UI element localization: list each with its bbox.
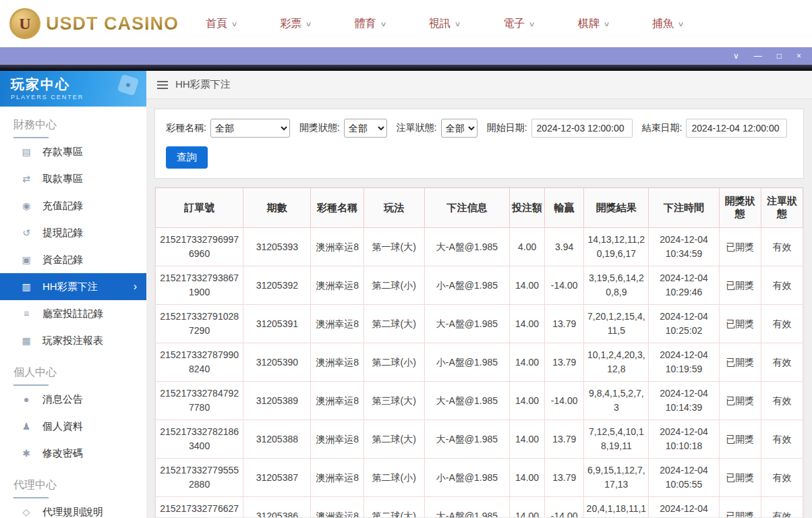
announcement-icon: ●: [20, 394, 32, 405]
cell-play-type: 第一球(大): [364, 228, 424, 266]
search-button[interactable]: 查詢: [166, 146, 208, 169]
nav-item-label: 首頁: [206, 17, 227, 31]
chevron-right-icon: ›: [134, 281, 137, 293]
sidebar-item-label: 玩家投注報表: [42, 335, 103, 347]
sidebar-item-label: 消息公告: [42, 393, 83, 406]
cell-draw-result: 7,12,5,4,10,18,19,11: [584, 420, 649, 459]
bet-status-filter-select[interactable]: 全部: [441, 119, 477, 138]
cell-order-number: 2152173327766277410: [156, 497, 243, 518]
nav-item-fishing[interactable]: 捕魚 ∨: [652, 17, 683, 31]
section-title-agent: 代理中心: [0, 467, 146, 498]
cell-bet-status: 有效: [761, 382, 803, 420]
cell-win-loss: 13.79: [545, 343, 584, 382]
sidebar: 玩家中心 PLAYERS CENTER 財務中心 ▤ 存款專區 ⇄ 取款專區 ◉…: [0, 71, 146, 518]
sidebar-item-hh-lottery-bets[interactable]: ▥ HH彩票下注 ›: [0, 273, 146, 300]
chevron-down-icon: ∨: [231, 20, 238, 28]
col-header-amount: 投注額: [510, 188, 545, 228]
cell-win-loss: -14.00: [545, 266, 584, 305]
cell-play-type: 第二球(大): [364, 420, 424, 459]
bet-report-icon: ▦: [20, 335, 32, 346]
start-date-input[interactable]: [531, 119, 633, 138]
sidebar-item-player-bet-report[interactable]: ▦ 玩家投注報表: [0, 327, 146, 354]
deposit-icon: ▤: [20, 146, 32, 157]
cell-lottery-name: 澳洲幸运8: [311, 343, 364, 382]
cell-win-loss: 13.79: [545, 420, 584, 459]
cell-bet-info: 大-A盤@1.985: [424, 305, 509, 343]
nav-item-electronic[interactable]: 電子 ∨: [503, 17, 534, 31]
nav-item-home[interactable]: 首頁 ∨: [206, 17, 237, 31]
cell-lottery-name: 澳洲幸运8: [311, 382, 364, 420]
nav-item-video[interactable]: 視訊 ∨: [429, 17, 460, 31]
close-icon[interactable]: ×: [796, 52, 801, 60]
collapse-icon[interactable]: ∨: [733, 52, 739, 60]
cell-bet-status: 有效: [761, 459, 803, 497]
cell-play-type: 第二球(小): [364, 459, 424, 497]
lottery-bets-icon: ▥: [20, 281, 32, 292]
lottery-filter-select[interactable]: 全部: [210, 119, 290, 138]
hamburger-icon[interactable]: [157, 81, 168, 89]
cell-draw-result: 6,9,15,1,12,7,17,13: [584, 459, 649, 497]
sidebar-item-recharge-record[interactable]: ◉ 充值記錄: [0, 192, 146, 219]
cell-bet-time: 2024-12-04 10:34:59: [649, 228, 719, 266]
sidebar-subtitle: PLAYERS CENTER: [11, 94, 136, 100]
sidebar-item-change-password[interactable]: ✱ 修改密碼: [0, 440, 146, 467]
cell-bet-info: 大-A盤@1.985: [424, 382, 509, 420]
cell-period: 31205391: [243, 305, 311, 343]
sidebar-item-label: 充值記錄: [42, 200, 83, 212]
sidebar-header: 玩家中心 PLAYERS CENTER: [0, 71, 146, 107]
sidebar-item-room-bet-records[interactable]: ≡ 廳室投註記錄: [0, 300, 146, 327]
nav-item-chess[interactable]: 棋牌 ∨: [578, 17, 609, 31]
sidebar-item-funds-record[interactable]: ▣ 資金記錄: [0, 246, 146, 273]
table-body: 2152173327969976960 31205393 澳洲幸运8 第一球(大…: [156, 228, 803, 518]
agent-rules-icon: ◇: [20, 507, 32, 517]
chevron-down-icon: ∨: [678, 20, 685, 28]
cell-period: 31205388: [243, 420, 311, 459]
cell-order-number: 2152173327910287290: [156, 305, 243, 343]
sidebar-item-withdraw[interactable]: ⇄ 取款專區: [0, 165, 146, 192]
sidebar-item-label: 廳室投註記錄: [42, 308, 103, 320]
cell-bet-status: 有效: [761, 497, 803, 518]
cell-lottery-name: 澳洲幸运8: [311, 305, 364, 343]
room-records-icon: ≡: [20, 308, 32, 319]
cell-period: 31205389: [243, 382, 311, 420]
cell-bet-info: 小-A盤@1.985: [424, 343, 509, 382]
draw-status-filter-label: 開獎狀態:: [299, 122, 340, 134]
cell-order-number: 2152173327879908240: [156, 343, 243, 382]
cell-bet-amount: 14.00: [510, 266, 545, 305]
end-date-input[interactable]: [686, 119, 787, 138]
sidebar-item-withdrawal-record[interactable]: ↺ 提現記錄: [0, 219, 146, 246]
nav-item-label: 視訊: [429, 17, 451, 31]
cell-bet-time: 2024-12-04 10:10:18: [649, 420, 719, 459]
sidebar-item-profile[interactable]: ♟ 個人資料: [0, 413, 146, 440]
cell-draw-status: 已開獎: [719, 266, 761, 305]
table-row: 2152173327821863400 31205388 澳洲幸运8 第二球(大…: [156, 420, 803, 459]
table-row: 2152173327766277410 31205386 澳洲幸运8 第二球(大…: [156, 497, 803, 518]
draw-status-filter-select[interactable]: 全部: [344, 119, 387, 138]
lottery-filter-label: 彩種名稱:: [166, 122, 206, 134]
table-row: 2152173327795552880 31205387 澳洲幸运8 第二球(小…: [156, 459, 803, 497]
cell-period: 31205392: [243, 266, 311, 305]
cell-draw-status: 已開獎: [719, 459, 761, 497]
nav-item-lottery[interactable]: 彩票 ∨: [280, 17, 311, 31]
cell-bet-status: 有效: [761, 266, 803, 305]
logo: U USDT CASINO: [9, 8, 179, 39]
cell-order-number: 2152173327795552880: [156, 459, 243, 497]
minimize-icon[interactable]: —: [754, 52, 762, 60]
maximize-icon[interactable]: □: [777, 52, 782, 60]
cell-bet-amount: 4.00: [510, 228, 545, 266]
cell-bet-time: 2024-12-04 10:25:02: [649, 305, 719, 343]
cell-order-number: 2152173327821863400: [156, 420, 243, 459]
page-title: HH彩票下注: [175, 78, 231, 91]
sidebar-item-label: 提現記錄: [42, 227, 83, 239]
cell-period: 31205393: [243, 228, 311, 266]
sidebar-item-agent-rules[interactable]: ◇ 代理規則說明: [0, 498, 146, 518]
table-row: 2152173327938671900 31205392 澳洲幸运8 第二球(小…: [156, 266, 803, 305]
nav-item-sports[interactable]: 體育 ∨: [355, 17, 386, 31]
window-titlebar: ∨ — □ ×: [0, 47, 812, 65]
sidebar-item-announcements[interactable]: ● 消息公告: [0, 386, 146, 413]
cell-bet-amount: 14.00: [510, 382, 545, 420]
cell-order-number: 2152173327969976960: [156, 228, 243, 266]
cell-bet-amount: 14.00: [510, 420, 545, 459]
sidebar-item-deposit[interactable]: ▤ 存款專區: [0, 138, 146, 165]
col-header-bet-status: 注單狀態: [761, 188, 803, 228]
